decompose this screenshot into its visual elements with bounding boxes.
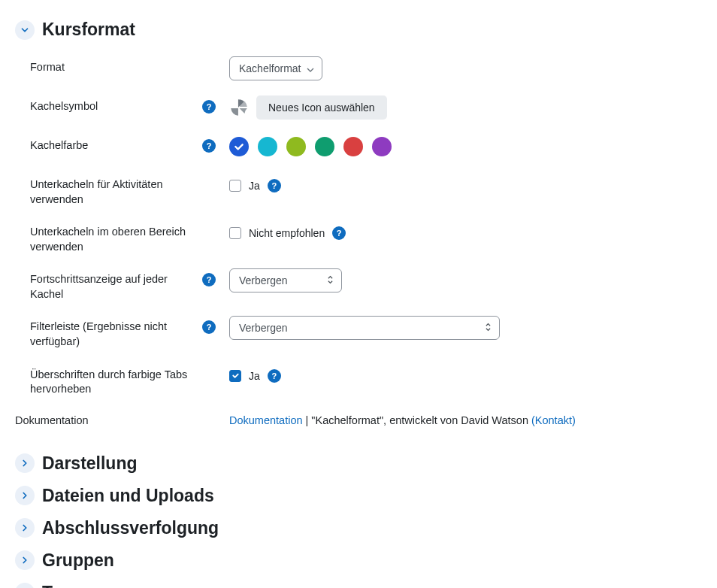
label-filterbar: Filterleiste (Ergebnisse nicht verfügbar…	[30, 315, 202, 349]
chevron-right-icon[interactable]	[15, 518, 35, 538]
label-documentation: Dokumentation	[15, 414, 89, 426]
help-icon[interactable]: ?	[202, 320, 216, 334]
color-swatch-selected[interactable]	[229, 137, 249, 156]
select-value: Verbergen	[239, 322, 288, 334]
color-swatch[interactable]	[315, 137, 334, 156]
label-subtiles-activities: Unterkacheln für Aktivitäten verwenden	[30, 173, 216, 207]
help-icon[interactable]: ?	[202, 100, 216, 114]
section-darstellung-header: Darstellung	[15, 453, 702, 474]
checkbox-colored-tabs[interactable]	[229, 370, 241, 382]
label-kachelsymbol: Kachelsymbol	[30, 95, 98, 114]
select-value: Verbergen	[239, 274, 288, 286]
row-progress: Fortschrittsanzeige auf jeder Kachel ? V…	[15, 261, 702, 308]
color-swatches	[229, 137, 392, 156]
color-swatch[interactable]	[286, 137, 306, 156]
checkbox-subtiles-top[interactable]	[229, 227, 241, 239]
section-title: Abschlussverfolgung	[42, 518, 219, 538]
help-icon[interactable]: ?	[202, 139, 216, 153]
help-icon[interactable]: ?	[268, 369, 281, 383]
chevron-down-icon[interactable]	[15, 20, 35, 40]
chevron-down-icon	[307, 62, 314, 74]
updown-icon	[485, 322, 492, 335]
label-kachelfarbe: Kachelfarbe	[30, 134, 88, 153]
label-subtiles-top: Unterkacheln im oberen Bereich verwenden	[30, 220, 216, 254]
select-progress[interactable]: Verbergen	[229, 268, 342, 292]
button-choose-icon[interactable]: Neues Icon auswählen	[256, 95, 387, 120]
section-title: Kursformat	[42, 20, 135, 40]
checkbox-label: Ja	[249, 370, 260, 382]
row-subtiles-activities: Unterkacheln für Aktivitäten verwenden J…	[15, 166, 702, 214]
help-icon[interactable]: ?	[202, 273, 216, 286]
section-title: Tags	[42, 583, 81, 588]
row-format: Format Kachelformat	[15, 49, 702, 88]
pie-chart-icon	[229, 98, 249, 117]
color-swatch[interactable]	[372, 137, 392, 156]
chevron-right-icon[interactable]	[15, 486, 35, 505]
checkbox-label: Nicht empfohlen	[249, 227, 325, 239]
section-dateien-header: Dateien und Uploads	[15, 486, 702, 506]
section-title: Dateien und Uploads	[42, 486, 214, 506]
checkbox-label: Ja	[249, 180, 260, 192]
chevron-right-icon[interactable]	[15, 550, 35, 570]
color-swatch[interactable]	[343, 137, 363, 156]
help-icon[interactable]: ?	[332, 226, 346, 240]
section-title: Gruppen	[42, 550, 114, 571]
section-title: Darstellung	[42, 453, 138, 474]
select-format[interactable]: Kachelformat	[229, 56, 322, 80]
chevron-right-icon[interactable]	[15, 453, 35, 473]
label-colored-tabs: Überschriften durch farbige Tabs hervorh…	[30, 363, 216, 397]
doc-text: | "Kachelformat", entwickelt von David W…	[303, 414, 531, 426]
row-kachelsymbol: Kachelsymbol ? Neues Icon auswählen	[15, 88, 702, 127]
checkbox-subtiles-activities[interactable]	[229, 180, 241, 192]
section-kursformat-header: Kursformat	[15, 20, 702, 40]
chevron-right-icon[interactable]	[15, 583, 35, 588]
select-value: Kachelformat	[239, 62, 301, 74]
section-tags-header: Tags	[15, 583, 702, 588]
link-contact[interactable]: (Kontakt)	[531, 414, 576, 426]
link-documentation[interactable]: Dokumentation	[229, 414, 303, 426]
row-kachelfarbe: Kachelfarbe ?	[15, 127, 702, 166]
color-swatch[interactable]	[258, 137, 277, 156]
row-documentation: Dokumentation Dokumentation | "Kachelfor…	[15, 404, 702, 441]
row-subtiles-top: Unterkacheln im oberen Bereich verwenden…	[15, 214, 702, 261]
label-progress: Fortschrittsanzeige auf jeder Kachel	[30, 268, 202, 302]
select-filterbar[interactable]: Verbergen	[229, 316, 500, 340]
row-colored-tabs: Überschriften durch farbige Tabs hervorh…	[15, 356, 702, 404]
label-format: Format	[30, 56, 65, 75]
updown-icon	[327, 274, 334, 287]
section-abschluss-header: Abschlussverfolgung	[15, 518, 702, 538]
row-filterbar: Filterleiste (Ergebnisse nicht verfügbar…	[15, 308, 702, 356]
help-icon[interactable]: ?	[268, 179, 281, 192]
section-gruppen-header: Gruppen	[15, 550, 702, 571]
